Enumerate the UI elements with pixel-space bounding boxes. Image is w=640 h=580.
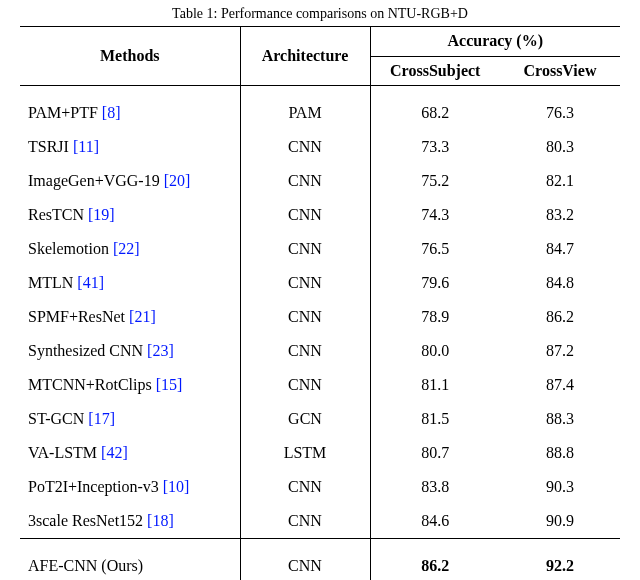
method-name: MTLN <box>28 274 77 291</box>
cell-method: ImageGen+VGG-19 [20] <box>20 164 240 198</box>
cell-cross-subject: 75.2 <box>370 164 500 198</box>
cell-method: 3scale ResNet152 [18] <box>20 504 240 539</box>
cell-method: MTCNN+RotClips [15] <box>20 368 240 402</box>
cell-method: Skelemotion [22] <box>20 232 240 266</box>
cell-cross-subject: 84.6 <box>370 504 500 539</box>
cell-architecture: CNN <box>240 130 370 164</box>
citation-link[interactable]: [20] <box>164 172 191 189</box>
cell-architecture: CNN <box>240 198 370 232</box>
results-table: Methods Architecture Accuracy (%) CrossS… <box>20 26 620 580</box>
table-row: TSRJI [11]CNN73.380.3 <box>20 130 620 164</box>
cell-architecture: CNN <box>240 470 370 504</box>
cell-cross-subject: 81.5 <box>370 402 500 436</box>
table-row: 3scale ResNet152 [18]CNN84.690.9 <box>20 504 620 539</box>
citation-link[interactable]: [10] <box>163 478 190 495</box>
table-row: ImageGen+VGG-19 [20]CNN75.282.1 <box>20 164 620 198</box>
citation-link[interactable]: [17] <box>88 410 115 427</box>
cell-cross-view: 90.3 <box>500 470 620 504</box>
cell-architecture: CNN <box>240 266 370 300</box>
method-name: PAM+PTF <box>28 104 102 121</box>
table-row: MTCNN+RotClips [15]CNN81.187.4 <box>20 368 620 402</box>
method-name: Synthesized CNN <box>28 342 147 359</box>
cell-cross-subject: 80.0 <box>370 334 500 368</box>
cell-method: AFE-CNN (Ours) <box>20 549 240 580</box>
cell-cross-view: 88.8 <box>500 436 620 470</box>
cell-cross-subject: 74.3 <box>370 198 500 232</box>
cell-cross-subject: 79.6 <box>370 266 500 300</box>
cell-cross-subject: 78.9 <box>370 300 500 334</box>
cell-cross-view: 87.4 <box>500 368 620 402</box>
cell-cross-view: 76.3 <box>500 96 620 130</box>
header-cross-view: CrossView <box>500 56 620 86</box>
method-name: AFE-CNN (Ours) <box>28 557 143 574</box>
citation-link[interactable]: [42] <box>101 444 128 461</box>
cell-cross-subject: 80.7 <box>370 436 500 470</box>
table-caption: Table 1: Performance comparisons on NTU-… <box>20 6 620 22</box>
cell-architecture: PAM <box>240 96 370 130</box>
cell-architecture: CNN <box>240 368 370 402</box>
citation-link[interactable]: [15] <box>156 376 183 393</box>
cell-cross-subject: 86.2 <box>370 549 500 580</box>
cell-architecture: CNN <box>240 232 370 266</box>
cell-architecture: CNN <box>240 164 370 198</box>
cell-cross-subject: 83.8 <box>370 470 500 504</box>
citation-link[interactable]: [21] <box>129 308 156 325</box>
cell-cross-view: 87.2 <box>500 334 620 368</box>
method-name: ResTCN <box>28 206 88 223</box>
method-name: ST-GCN <box>28 410 88 427</box>
citation-link[interactable]: [22] <box>113 240 140 257</box>
table-row: Skelemotion [22]CNN76.584.7 <box>20 232 620 266</box>
table-row: ResTCN [19]CNN74.383.2 <box>20 198 620 232</box>
cell-cross-view: 84.8 <box>500 266 620 300</box>
table-spacer <box>20 539 620 550</box>
table-header: Methods Architecture Accuracy (%) CrossS… <box>20 27 620 86</box>
cell-cross-view: 86.2 <box>500 300 620 334</box>
table-row: MTLN [41]CNN79.684.8 <box>20 266 620 300</box>
table-row: VA-LSTM [42]LSTM80.788.8 <box>20 436 620 470</box>
table-row: PAM+PTF [8]PAM68.276.3 <box>20 96 620 130</box>
header-cross-subject: CrossSubject <box>370 56 500 86</box>
cell-cross-subject: 76.5 <box>370 232 500 266</box>
cell-cross-view: 80.3 <box>500 130 620 164</box>
cell-cross-view: 84.7 <box>500 232 620 266</box>
citation-link[interactable]: [19] <box>88 206 115 223</box>
cell-cross-view: 83.2 <box>500 198 620 232</box>
cell-cross-subject: 81.1 <box>370 368 500 402</box>
cell-architecture: CNN <box>240 300 370 334</box>
cell-method: TSRJI [11] <box>20 130 240 164</box>
cell-method: PoT2I+Inception-v3 [10] <box>20 470 240 504</box>
table-row-ours: AFE-CNN (Ours)CNN86.292.2 <box>20 549 620 580</box>
table-row: PoT2I+Inception-v3 [10]CNN83.890.3 <box>20 470 620 504</box>
cell-cross-subject: 73.3 <box>370 130 500 164</box>
cell-architecture: CNN <box>240 504 370 539</box>
cell-method: VA-LSTM [42] <box>20 436 240 470</box>
method-name: 3scale ResNet152 <box>28 512 147 529</box>
citation-link[interactable]: [11] <box>73 138 99 155</box>
table-container: Table 1: Performance comparisons on NTU-… <box>20 0 620 580</box>
cell-cross-view: 88.3 <box>500 402 620 436</box>
header-accuracy: Accuracy (%) <box>370 27 620 57</box>
method-name: Skelemotion <box>28 240 113 257</box>
citation-link[interactable]: [8] <box>102 104 121 121</box>
method-name: VA-LSTM <box>28 444 101 461</box>
citation-link[interactable]: [23] <box>147 342 174 359</box>
method-name: TSRJI <box>28 138 73 155</box>
cell-method: Synthesized CNN [23] <box>20 334 240 368</box>
header-methods: Methods <box>20 27 240 86</box>
cell-architecture: CNN <box>240 549 370 580</box>
citation-link[interactable]: [18] <box>147 512 174 529</box>
method-name: MTCNN+RotClips <box>28 376 156 393</box>
method-name: ImageGen+VGG-19 <box>28 172 164 189</box>
cell-method: SPMF+ResNet [21] <box>20 300 240 334</box>
header-architecture: Architecture <box>240 27 370 86</box>
method-name: PoT2I+Inception-v3 <box>28 478 163 495</box>
cell-architecture: GCN <box>240 402 370 436</box>
table-body: PAM+PTF [8]PAM68.276.3TSRJI [11]CNN73.38… <box>20 86 620 581</box>
cell-method: ResTCN [19] <box>20 198 240 232</box>
table-row: ST-GCN [17]GCN81.588.3 <box>20 402 620 436</box>
cell-method: ST-GCN [17] <box>20 402 240 436</box>
table-row: SPMF+ResNet [21]CNN78.986.2 <box>20 300 620 334</box>
cell-cross-view: 82.1 <box>500 164 620 198</box>
citation-link[interactable]: [41] <box>77 274 104 291</box>
cell-cross-view: 90.9 <box>500 504 620 539</box>
